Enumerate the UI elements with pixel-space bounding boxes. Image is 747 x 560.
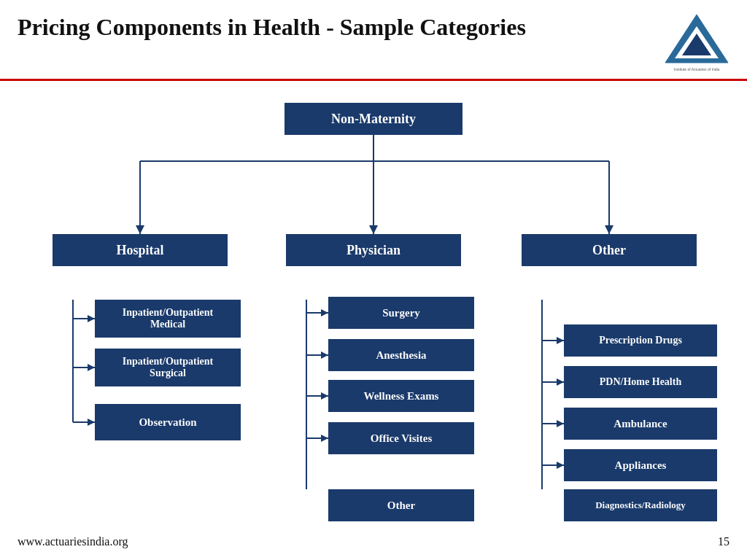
footer: www.actuariesindia.org 15: [0, 535, 747, 548]
svg-marker-39: [557, 462, 564, 469]
svg-marker-37: [557, 420, 564, 427]
svg-marker-10: [136, 225, 144, 234]
diagram-area: Non-Maternity Hospital Physician Other I…: [0, 81, 747, 489]
box-pdn-home-health: PDN/Home Health: [564, 366, 717, 398]
box-physician-other: Other: [328, 489, 474, 521]
svg-marker-12: [605, 225, 614, 234]
header: Pricing Components in Health - Sample Ca…: [0, 0, 747, 79]
page-title: Pricing Components in Health - Sample Ca…: [18, 13, 526, 41]
box-diagnostics-radiology: Diagnostics/Radiology: [564, 489, 717, 521]
box-inpatient-outpatient-surgical: Inpatient/Outpatient Surgical: [95, 349, 241, 386]
footer-page-number: 15: [718, 535, 729, 548]
box-inpatient-outpatient-medical: Inpatient/Outpatient Medical: [95, 300, 241, 338]
box-office-visites: Office Visites: [328, 422, 474, 454]
svg-marker-19: [88, 419, 95, 426]
box-observation: Observation: [95, 404, 241, 440]
box-non-maternity: Non-Maternity: [285, 103, 462, 135]
box-hospital-header: Hospital: [53, 234, 228, 266]
svg-marker-28: [321, 435, 328, 442]
footer-website: www.actuariesindia.org: [18, 535, 128, 548]
logo-icon: Institute of Actuaries of India: [664, 13, 729, 71]
svg-marker-33: [557, 337, 564, 344]
svg-marker-24: [321, 351, 328, 359]
box-ambulance: Ambulance: [564, 408, 717, 440]
box-wellness-exams: Wellness Exams: [328, 380, 474, 412]
svg-marker-15: [88, 315, 95, 322]
box-surgery: Surgery: [328, 297, 474, 329]
svg-marker-35: [557, 378, 564, 386]
svg-marker-26: [321, 392, 328, 400]
svg-text:Institute of Actuaries of Indi: Institute of Actuaries of India: [674, 67, 720, 71]
box-appliances: Appliances: [564, 449, 717, 481]
svg-marker-11: [369, 225, 378, 234]
box-physician-header: Physician: [286, 234, 461, 266]
box-anesthesia: Anesthesia: [328, 339, 474, 371]
svg-marker-22: [321, 309, 328, 316]
svg-marker-17: [88, 364, 95, 371]
box-other-header: Other: [522, 234, 697, 266]
box-prescription-drugs: Prescription Drugs: [564, 324, 717, 357]
